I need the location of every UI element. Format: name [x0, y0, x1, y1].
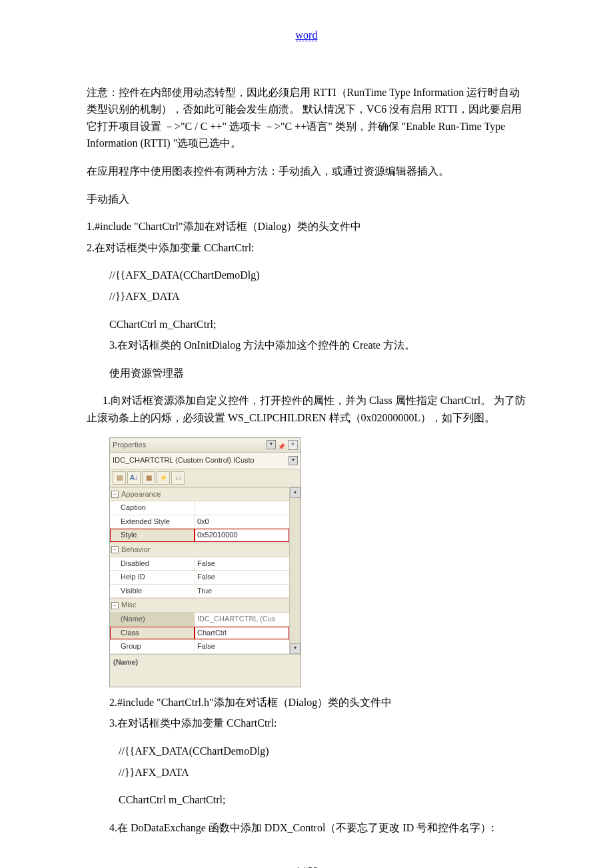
properties-scrollbar[interactable]: ▴ ▾ — [289, 487, 301, 654]
properties-grid: − Appearance Caption Extended Style 0x0 … — [110, 487, 289, 654]
categorized-button[interactable]: ▤ — [113, 471, 126, 485]
resource-step-1: 1.向对话框资源添加自定义控件，打开控件的属性，并为 Class 属性指定 Ch… — [87, 392, 526, 426]
code-afx-open-2: //{{AFX_DATA(CChartDemoDlg) — [119, 743, 526, 760]
code-member-var: CChartCtrl m_ChartCtrl; — [109, 316, 526, 333]
code-afx-close-2: //}}AFX_DATA — [119, 764, 526, 781]
heading-manual-insert: 手动插入 — [87, 191, 526, 208]
prop-row-name[interactable]: (Name) IDC_CHARTCTRL (Cus — [110, 613, 289, 627]
dropdown-icon[interactable]: ▾ — [267, 440, 276, 449]
category-behavior[interactable]: − Behavior — [110, 543, 289, 557]
prop-row-style[interactable]: Style 0x52010000 — [110, 529, 289, 543]
scroll-up-icon[interactable]: ▴ — [290, 487, 301, 498]
code-afx-open: //{{AFX_DATA(CChartDemoDlg) — [109, 267, 526, 284]
prop-row-disabled[interactable]: Disabled False — [110, 557, 289, 571]
paragraph-rtti: 注意：控件在内部使用动态转型，因此必须启用 RTTI（RunTime Type … — [87, 84, 526, 152]
resource-step-2: 2.#include "ChartCtrl.h"添加在对话框（Dialog）类的… — [109, 694, 526, 711]
paragraph-methods: 在应用程序中使用图表控件有两种方法：手动插入，或通过资源编辑器插入。 — [87, 163, 526, 180]
combo-dropdown-icon[interactable]: ▾ — [289, 456, 298, 465]
prop-row-visible[interactable]: Visible True — [110, 585, 289, 599]
prop-row-extended-style[interactable]: Extended Style 0x0 — [110, 515, 289, 529]
resource-step-4: 4.在 DoDataExchange 函数中添加 DDX_Control（不要忘… — [87, 819, 526, 837]
prop-row-caption[interactable]: Caption — [110, 501, 289, 515]
collapse-icon[interactable]: − — [111, 491, 119, 498]
collapse-icon[interactable]: − — [111, 546, 119, 553]
properties-button[interactable]: ▦ — [142, 471, 155, 485]
header-link[interactable]: word — [296, 29, 318, 41]
prop-row-class[interactable]: Class ChartCtrl — [110, 627, 289, 641]
properties-description: (Name) — [110, 654, 301, 687]
alphabetical-button[interactable]: A↓ — [127, 471, 141, 485]
heading-resource-manager: 使用资源管理器 — [109, 365, 526, 382]
resource-step-3: 3.在对话框类中添加变量 CChartCtrl: — [109, 715, 526, 732]
properties-object-label: IDC_CHARTCTRL (Custom Control) ICusto — [113, 455, 255, 467]
collapse-icon[interactable]: − — [111, 602, 119, 609]
properties-title: Properties — [113, 439, 146, 451]
close-icon[interactable]: × — [288, 440, 298, 450]
code-afx-close: //}}AFX_DATA — [109, 288, 526, 305]
manual-step-2: 2.在对话框类中添加变量 CChartCtrl: — [87, 239, 526, 257]
code-member-var-2: CChartCtrl m_ChartCtrl; — [119, 791, 526, 809]
properties-object-combo[interactable]: IDC_CHARTCTRL (Custom Control) ICusto ▾ — [110, 453, 301, 469]
manual-step-1: 1.#include "ChartCtrl"添加在对话框（Dialog）类的头文… — [87, 218, 526, 235]
prop-row-group[interactable]: Group False — [110, 640, 289, 654]
prop-row-help-id[interactable]: Help ID False — [110, 571, 289, 585]
properties-panel: Properties ▾ × IDC_CHARTCTRL (Custom Con… — [109, 437, 301, 687]
manual-step-3: 3.在对话框类的 OnInitDialog 方法中添加这个控件的 Create … — [109, 337, 526, 354]
category-misc[interactable]: − Misc — [110, 598, 289, 613]
pin-icon[interactable] — [278, 441, 286, 449]
pages-button[interactable]: ▭ — [171, 471, 185, 485]
page-header: word — [87, 27, 526, 44]
scroll-down-icon[interactable]: ▾ — [290, 643, 301, 654]
properties-titlebar: Properties ▾ × — [110, 438, 301, 453]
events-button[interactable]: ⚡ — [157, 471, 170, 485]
page-footer: 4 / 23 — [87, 863, 526, 868]
category-appearance[interactable]: − Appearance — [110, 487, 289, 502]
properties-toolbar: ▤ A↓ ▦ ⚡ ▭ — [110, 469, 301, 487]
